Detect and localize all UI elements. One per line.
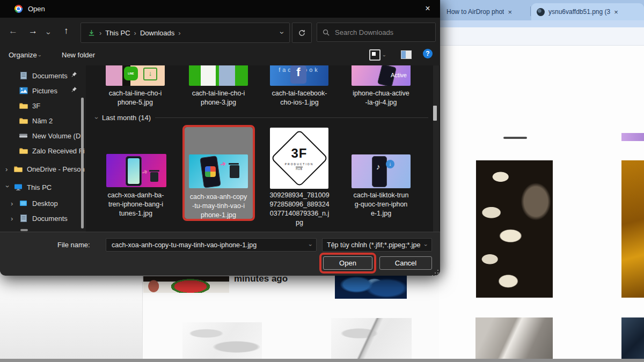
watermelon-photo[interactable]	[143, 276, 229, 293]
sidebar-item-nam2[interactable]: Năm 2	[19, 115, 53, 127]
new-folder-button[interactable]: New folder	[62, 51, 95, 59]
organize-button[interactable]: Organize ›	[9, 51, 40, 59]
interior-photo[interactable]	[475, 317, 553, 362]
marble-photo[interactable]	[182, 322, 262, 362]
breadcrumb-this-pc[interactable]: This PC	[105, 29, 130, 37]
label-line: cach-tai-line-cho-i	[95, 89, 175, 98]
sidebar-item-new-volume[interactable]: New Volume (D:	[19, 130, 83, 142]
drive-icon	[19, 132, 28, 139]
expander-chevron-icon[interactable]: ›	[5, 165, 10, 173]
forward-button[interactable]: →	[28, 23, 38, 39]
download-icon: ↓	[143, 68, 157, 80]
dialog-close-button[interactable]: ×	[421, 2, 435, 15]
help-button[interactable]: ?	[423, 49, 433, 58]
dialog-titlebar[interactable]: Open ×	[0, 0, 440, 18]
breadcrumb-downloads[interactable]: Downloads	[140, 29, 174, 37]
up-button[interactable]: ↑	[64, 23, 69, 39]
dialog-command-bar: Organize › New folder › ?	[0, 46, 440, 66]
sidebar-item-desktop[interactable]: › Desktop	[11, 197, 58, 209]
refresh-button[interactable]	[292, 23, 312, 43]
browser-toolbar-strip	[439, 20, 644, 27]
view-mode-icon[interactable]	[369, 49, 380, 61]
sidebar-item-documents[interactable]: Documents	[19, 70, 68, 82]
sidebar-item-pictures[interactable]: Pictures	[19, 85, 57, 97]
orange-photo[interactable]	[621, 160, 644, 298]
resize-grip[interactable]	[431, 269, 439, 277]
screenshot-strip	[201, 65, 216, 86]
browser-tab-png[interactable]: ysnu6vaffdb51.png (3 ×	[531, 3, 644, 20]
photos-app-graphic	[205, 166, 216, 177]
open-file-dialog: Open × ← → › ↑ › This PC › Downloads › ›	[0, 0, 440, 275]
sidebar-item-onedrive[interactable]: › OneDrive - Person	[5, 163, 85, 175]
combo-chevron-icon[interactable]: ›	[308, 244, 314, 246]
expander-chevron-icon[interactable]: ›	[4, 185, 12, 189]
preview-pane-icon[interactable]	[401, 50, 412, 59]
sidebar-item-this-pc[interactable]: › This PC	[5, 181, 52, 193]
file-tile-3f-logo[interactable]: 3F PRODUCTION HUB	[270, 128, 328, 189]
file-name-label: 309298934_781009 972858096_889324 037714…	[259, 191, 340, 227]
file-type-combo[interactable]: Tệp tùy chỉnh (*.jfif;*.pjpeg;*.jpe ›	[322, 238, 432, 252]
sidebar-item-zalo[interactable]: Zalo Received Fi	[19, 145, 85, 157]
label-line: -tu-may-tinh-vao-i	[178, 202, 259, 211]
file-tile-xoaanh-selected[interactable]: ➜	[189, 154, 248, 188]
file-name-input[interactable]	[111, 241, 310, 249]
tab-close-icon[interactable]: ×	[508, 8, 512, 16]
expander-chevron-icon[interactable]: ›	[11, 215, 15, 223]
combo-chevron-icon[interactable]: ›	[423, 244, 429, 246]
label-line: cach-xoa-anh-copy	[178, 193, 259, 202]
file-tile-line5[interactable]: LINE ↓	[106, 65, 165, 86]
sidebar-item-3f[interactable]: 3F	[19, 100, 40, 112]
sidebar-item-documents-2[interactable]: › Documents	[11, 212, 68, 224]
logo-text: 3F PRODUCTION HUB	[270, 128, 328, 189]
group-rule	[155, 117, 428, 118]
flower-photo[interactable]	[476, 160, 553, 298]
file-list-scrollbar[interactable]	[433, 65, 439, 232]
active-label: Active	[391, 72, 407, 78]
globe-favicon-icon	[537, 8, 545, 16]
view-mode-caret-icon[interactable]: ›	[382, 55, 387, 57]
file-name-combo[interactable]: ›	[106, 238, 317, 252]
back-button[interactable]: ←	[9, 23, 18, 39]
group-collapse-chevron-icon[interactable]: ›	[93, 117, 100, 119]
refresh-icon	[298, 29, 306, 37]
file-tile-tiktok[interactable]: ♪ ↓	[352, 154, 411, 188]
search-input[interactable]	[334, 28, 422, 37]
tab-title: ysnu6vaffdb51.png (3	[548, 8, 610, 16]
blue-water-photo[interactable]	[335, 275, 407, 299]
label-line: -la-gi-4.jpg	[341, 98, 421, 107]
address-dropdown-chevron-icon[interactable]: ›	[279, 32, 287, 34]
browser-toolbar-area	[439, 27, 644, 45]
address-bar[interactable]: › This PC › Downloads › ›	[80, 23, 290, 43]
file-name-label: cach-tai-tiktok-trun g-quoc-tren-iphon e…	[341, 191, 421, 218]
pin-icon	[71, 86, 77, 93]
label-line: 0377140879336_n.j	[259, 209, 340, 218]
label-line: 309298934_781009	[259, 191, 340, 200]
marble-photo[interactable]	[331, 318, 412, 362]
label-line: pg	[259, 218, 340, 227]
photo-thumbnail[interactable]	[621, 133, 644, 141]
file-tile-danhba[interactable]: ➜	[106, 154, 166, 187]
sidebar-horizontal-scrollbar[interactable]	[20, 229, 28, 231]
file-name-field-label: File name:	[57, 241, 90, 249]
sidebar-scrollbar[interactable]	[81, 98, 84, 228]
file-name-label: cach-tai-line-cho-i phone-3.jpg	[178, 89, 259, 107]
tiktok-note-icon: ♪	[376, 162, 380, 171]
file-name-label: cach-xoa-danh-ba- tren-iphone-bang-i tun…	[96, 191, 176, 218]
cancel-button[interactable]: Cancel	[379, 256, 432, 270]
scrollbar-thumb[interactable]	[433, 106, 437, 121]
label-line: phone-1.jpg	[178, 211, 259, 220]
file-tile-facebook[interactable]: facebook f	[270, 65, 328, 86]
recent-locations-chevron-icon[interactable]: ›	[41, 32, 57, 35]
dark-marble-photo[interactable]	[621, 317, 644, 362]
file-name-label: cach-tai-line-cho-i phone-5.jpg	[95, 89, 175, 107]
file-tile-active[interactable]: Active	[352, 65, 411, 86]
file-tile-line3[interactable]	[189, 65, 248, 86]
arrow-graphic: ➜	[141, 167, 149, 177]
tab-close-icon[interactable]: ×	[614, 8, 618, 16]
group-label: Last month (14)	[102, 114, 151, 122]
search-box[interactable]	[317, 23, 436, 42]
expander-chevron-icon[interactable]: ›	[11, 200, 15, 208]
browser-tab-airdrop[interactable]: How to AirDrop phot ×	[441, 3, 533, 20]
document-icon	[19, 72, 28, 79]
group-header-last-month[interactable]: › Last month (14)	[96, 114, 428, 122]
